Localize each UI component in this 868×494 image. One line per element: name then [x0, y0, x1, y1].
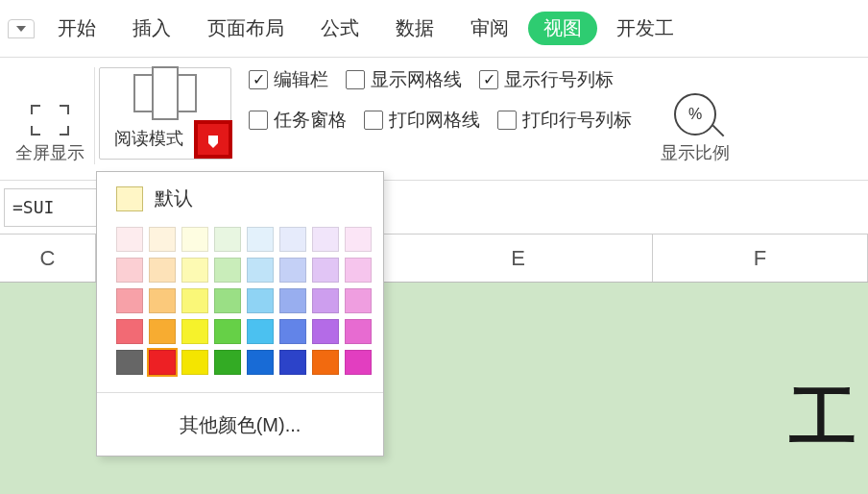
color-swatch[interactable]: [116, 258, 143, 283]
quick-access-dropdown[interactable]: [8, 19, 35, 38]
menu-tab-0[interactable]: 开始: [40, 8, 113, 49]
zoom-label: 显示比例: [661, 141, 730, 164]
color-swatch[interactable]: [345, 288, 372, 313]
checkbox-option[interactable]: 打印行号列标: [497, 108, 632, 133]
fullscreen-label: 全屏显示: [15, 141, 84, 164]
color-swatch[interactable]: [279, 288, 306, 313]
default-color-label: 默认: [155, 185, 193, 211]
checkbox-label: 打印行号列标: [522, 108, 632, 133]
fullscreen-group: 全屏显示: [6, 67, 95, 164]
color-swatch[interactable]: [181, 319, 208, 344]
checkbox-option[interactable]: 显示行号列标: [479, 67, 614, 92]
color-swatch[interactable]: [279, 319, 306, 344]
fullscreen-icon[interactable]: [31, 105, 69, 136]
menu-tab-4[interactable]: 数据: [378, 8, 451, 49]
color-swatch[interactable]: [279, 258, 306, 283]
column-header-c[interactable]: C: [0, 235, 96, 282]
column-header-f[interactable]: F: [653, 235, 868, 282]
color-swatch[interactable]: [345, 258, 372, 283]
menu-tab-3[interactable]: 公式: [303, 8, 376, 49]
formula-input[interactable]: =SUI: [4, 188, 100, 227]
menu-tab-2[interactable]: 页面布局: [190, 8, 301, 49]
zoom-group: % 显示比例: [651, 67, 739, 164]
color-swatch[interactable]: [149, 319, 176, 344]
default-color-swatch: [116, 186, 143, 211]
color-swatch[interactable]: [116, 319, 143, 344]
color-swatch[interactable]: [149, 227, 176, 252]
checkbox-label: 编辑栏: [274, 67, 328, 92]
color-swatch[interactable]: [116, 350, 143, 375]
checkbox-label: 任务窗格: [274, 108, 347, 133]
reading-mode-group: 阅读模式: [99, 67, 231, 160]
checkbox-label: 打印网格线: [389, 108, 480, 133]
color-swatch[interactable]: [214, 288, 241, 313]
color-swatch[interactable]: [345, 227, 372, 252]
magnifier-icon[interactable]: %: [674, 93, 716, 136]
reading-mode-label[interactable]: 阅读模式: [100, 123, 194, 156]
menu-tab-1[interactable]: 插入: [115, 8, 188, 49]
menu-tab-5[interactable]: 审阅: [453, 8, 526, 49]
checkbox-icon: [249, 70, 268, 89]
dropdown-arrow-icon: [208, 136, 218, 143]
color-swatch[interactable]: [247, 258, 274, 283]
checkbox-icon: [346, 70, 365, 89]
color-swatch[interactable]: [279, 350, 306, 375]
color-swatch[interactable]: [149, 258, 176, 283]
color-swatch-grid: [97, 221, 383, 388]
color-swatch[interactable]: [214, 319, 241, 344]
color-swatch[interactable]: [312, 288, 339, 313]
checkbox-option[interactable]: 打印网格线: [364, 108, 480, 133]
reading-mode-icon[interactable]: [133, 74, 197, 112]
color-swatch[interactable]: [312, 227, 339, 252]
color-swatch[interactable]: [345, 350, 372, 375]
color-swatch[interactable]: [279, 227, 306, 252]
color-swatch[interactable]: [149, 288, 176, 313]
more-colors-option[interactable]: 其他颜色(M)...: [97, 397, 383, 456]
color-swatch[interactable]: [345, 319, 372, 344]
default-color-option[interactable]: 默认: [97, 182, 383, 221]
reading-mode-dropdown[interactable]: [194, 120, 232, 159]
checkbox-option[interactable]: 任务窗格: [249, 108, 347, 133]
color-swatch[interactable]: [214, 350, 241, 375]
color-swatch[interactable]: [247, 288, 274, 313]
color-swatch[interactable]: [181, 350, 208, 375]
checkbox-option[interactable]: 显示网格线: [346, 67, 462, 92]
color-swatch[interactable]: [247, 319, 274, 344]
percent-icon: %: [688, 106, 702, 123]
checkbox-icon: [497, 111, 517, 130]
view-options: 编辑栏显示网格线显示行号列标 任务窗格打印网格线打印行号列标: [249, 67, 632, 133]
color-swatch[interactable]: [149, 350, 176, 375]
color-swatch[interactable]: [312, 319, 339, 344]
color-swatch[interactable]: [116, 288, 143, 313]
checkbox-icon: [364, 111, 383, 130]
color-swatch[interactable]: [312, 258, 339, 283]
menu-tab-6[interactable]: 视图: [528, 12, 597, 45]
checkbox-label: 显示行号列标: [504, 67, 614, 92]
color-swatch[interactable]: [214, 258, 241, 283]
menu-bar: 开始插入页面布局公式数据审阅视图开发工: [0, 0, 868, 58]
checkbox-option[interactable]: 编辑栏: [249, 67, 328, 92]
color-swatch[interactable]: [214, 227, 241, 252]
column-header-e[interactable]: E: [384, 235, 653, 282]
chevron-down-icon: [16, 26, 26, 32]
checkbox-icon: [479, 70, 498, 89]
color-swatch[interactable]: [181, 288, 208, 313]
color-swatch[interactable]: [181, 258, 208, 283]
menu-tab-7[interactable]: 开发工: [599, 8, 691, 49]
color-swatch[interactable]: [247, 227, 274, 252]
color-swatch[interactable]: [247, 350, 274, 375]
color-swatch[interactable]: [116, 227, 143, 252]
color-picker-panel: 默认 其他颜色(M)...: [96, 171, 384, 457]
cell-text: 工: [789, 373, 856, 463]
color-swatch[interactable]: [181, 227, 208, 252]
color-swatch[interactable]: [312, 350, 339, 375]
checkbox-icon: [249, 111, 268, 130]
ribbon: 全屏显示 阅读模式 编辑栏显示网格线显示行号列标 任务窗格打印网格线打印行号列标…: [0, 58, 868, 181]
checkbox-label: 显示网格线: [371, 67, 462, 92]
